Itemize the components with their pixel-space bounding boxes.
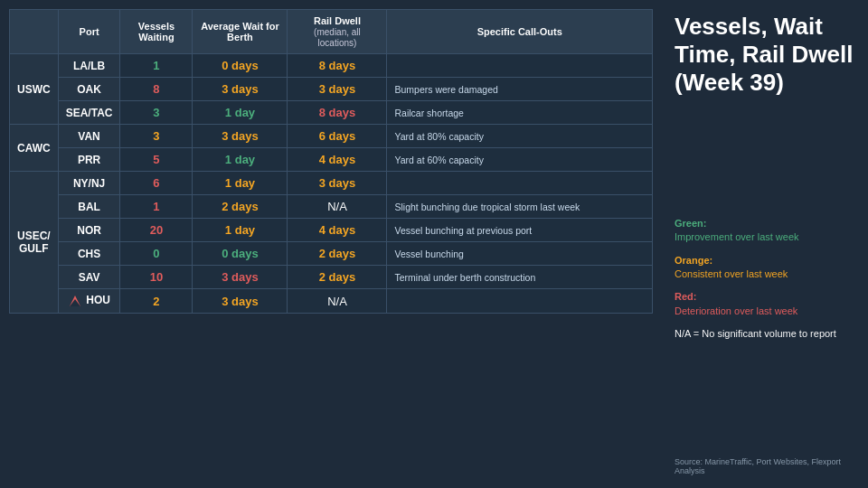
callout-cell: Vessel bunching at previous port	[387, 219, 653, 242]
vessels-cell: 5	[120, 148, 193, 172]
wait-cell: 3 days	[193, 266, 288, 289]
region-cell: USWC	[10, 54, 59, 125]
vessels-cell: 8	[120, 78, 193, 101]
dwell-cell: 2 days	[288, 242, 387, 266]
legend-orange-label: Orange:	[675, 255, 712, 266]
col-region	[10, 10, 59, 54]
port-cell: LA/LB	[58, 54, 120, 78]
wait-cell: 1 day	[193, 219, 288, 242]
dwell-cell: 2 days	[288, 266, 387, 289]
col-port: Port	[58, 10, 120, 54]
port-cell: CHS	[58, 242, 120, 266]
col-callout: Specific Call-Outs	[387, 10, 653, 54]
callout-cell	[387, 54, 653, 78]
wait-cell: 1 day	[193, 148, 288, 172]
wait-cell: 1 day	[193, 172, 288, 195]
vessels-cell: 1	[120, 195, 193, 219]
callout-cell	[387, 172, 653, 195]
dwell-cell: 3 days	[288, 172, 387, 195]
legend-orange-desc: Consistent over last week	[675, 268, 788, 279]
port-cell: PRR	[58, 148, 120, 172]
callout-cell: Terminal under berth construction	[387, 266, 653, 289]
legend-red-label: Red:	[675, 291, 696, 302]
legend: Green: Improvement over last week Orange…	[675, 119, 854, 439]
wait-cell: 1 day	[193, 101, 288, 125]
vessels-cell: 2	[120, 289, 193, 314]
legend-na-note: N/A = No significant volume to report	[675, 328, 836, 339]
dwell-cell: 8 days	[288, 101, 387, 125]
dwell-cell: 6 days	[288, 125, 387, 148]
vessels-cell: 6	[120, 172, 193, 195]
table-section: Port Vessels Waiting Average Wait for Be…	[0, 0, 660, 488]
callout-cell: Yard at 80% capacity	[387, 125, 653, 148]
wait-cell: 3 days	[193, 289, 288, 314]
legend-orange: Orange: Consistent over last week	[675, 254, 854, 282]
legend-green-desc: Improvement over last week	[675, 231, 799, 242]
region-cell: CAWC	[10, 125, 59, 172]
dwell-cell: N/A	[288, 289, 387, 314]
callout-cell: Slight bunching due tropical storm last …	[387, 195, 653, 219]
callout-cell: Railcar shortage	[387, 101, 653, 125]
wait-cell: 0 days	[193, 54, 288, 78]
main-table: Port Vessels Waiting Average Wait for Be…	[9, 9, 653, 314]
port-cell: NY/NJ	[58, 172, 120, 195]
wait-cell: 0 days	[193, 242, 288, 266]
info-section: Vessels, Wait Time, Rail Dwell (Week 39)…	[660, 0, 868, 488]
vessels-cell: 10	[120, 266, 193, 289]
col-vessels: Vessels Waiting	[120, 10, 193, 54]
col-dwell: Rail Dwell (median, all locations)	[288, 10, 387, 54]
port-cell: SAV	[58, 266, 120, 289]
vessels-cell: 0	[120, 242, 193, 266]
callout-cell: Bumpers were damaged	[387, 78, 653, 101]
port-cell: NOR	[58, 219, 120, 242]
wait-cell: 3 days	[193, 125, 288, 148]
vessels-cell: 1	[120, 54, 193, 78]
port-cell: VAN	[58, 125, 120, 148]
dwell-cell: N/A	[288, 195, 387, 219]
port-cell: SEA/TAC	[58, 101, 120, 125]
legend-red: Red: Deterioration over last week	[675, 290, 854, 318]
legend-na: N/A = No significant volume to report	[675, 327, 854, 341]
vessels-cell: 20	[120, 219, 193, 242]
dwell-cell: 4 days	[288, 148, 387, 172]
wait-cell: 3 days	[193, 78, 288, 101]
legend-green: Green: Improvement over last week	[675, 217, 854, 245]
region-cell: USEC/GULF	[10, 172, 59, 314]
dwell-cell: 3 days	[288, 78, 387, 101]
callout-cell	[387, 289, 653, 314]
svg-marker-1	[70, 299, 80, 306]
legend-green-label: Green:	[675, 218, 706, 229]
callout-cell: Yard at 60% capacity	[387, 148, 653, 172]
col-wait: Average Wait for Berth	[193, 10, 288, 54]
vessels-cell: 3	[120, 125, 193, 148]
legend-red-desc: Deterioration over last week	[675, 305, 797, 316]
dwell-cell: 4 days	[288, 219, 387, 242]
source-text: Source: MarineTraffic, Port Websites, Fl…	[675, 439, 854, 475]
vessels-cell: 3	[120, 101, 193, 125]
dwell-cell: 8 days	[288, 54, 387, 78]
wait-cell: 2 days	[193, 195, 288, 219]
page-title: Vessels, Wait Time, Rail Dwell (Week 39)	[675, 13, 854, 98]
port-cell: HOU	[58, 289, 120, 314]
port-cell: OAK	[58, 78, 120, 101]
callout-cell: Vessel bunching	[387, 242, 653, 266]
port-cell: BAL	[58, 195, 120, 219]
